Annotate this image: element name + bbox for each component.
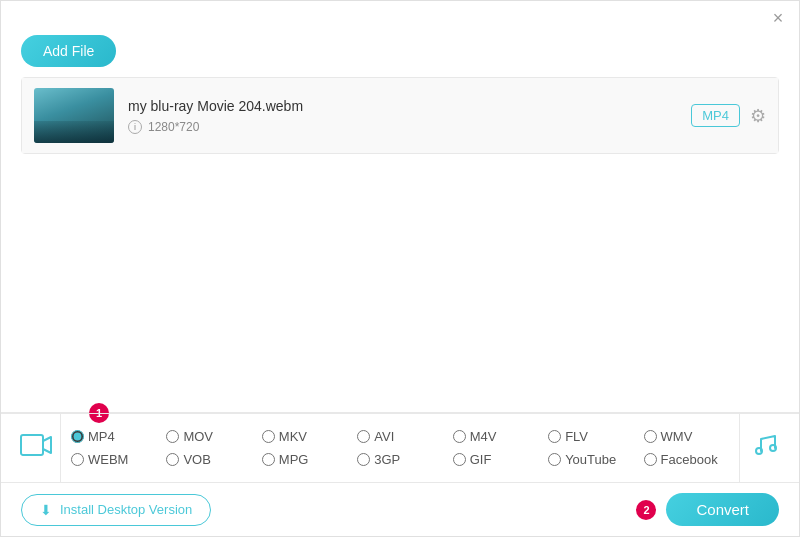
title-bar: ×	[1, 1, 799, 31]
video-format-button[interactable]	[11, 414, 61, 482]
file-info: my blu-ray Movie 204.webm i 1280*720	[128, 98, 691, 134]
format-label-mp4: MP4	[88, 429, 115, 444]
format-radio-mov[interactable]	[166, 430, 179, 443]
file-meta: i 1280*720	[128, 120, 691, 134]
format-label-mkv: MKV	[279, 429, 307, 444]
format-label-gif: GIF	[470, 452, 492, 467]
format-label-avi: AVI	[374, 429, 394, 444]
action-bar: ⬇ Install Desktop Version 2 Convert	[1, 483, 799, 536]
format-option-m4v[interactable]: M4V	[453, 425, 548, 448]
format-radio-wmv[interactable]	[644, 430, 657, 443]
convert-button[interactable]: Convert	[666, 493, 779, 526]
svg-point-2	[770, 445, 776, 451]
format-option-mov[interactable]: MOV	[166, 425, 261, 448]
format-label-webm: WEBM	[88, 452, 128, 467]
badge-2: 2	[636, 500, 656, 520]
close-button[interactable]: ×	[769, 9, 787, 27]
svg-rect-0	[21, 435, 43, 455]
format-label-youtube: YouTube	[565, 452, 616, 467]
format-panel-wrapper: 1 MP4 MOV	[1, 412, 799, 536]
file-thumbnail	[34, 88, 114, 143]
format-option-3gp[interactable]: 3GP	[357, 448, 452, 471]
format-label-wmv: WMV	[661, 429, 693, 444]
format-option-mp4[interactable]: MP4	[71, 425, 166, 448]
format-panel: MP4 MOV MKV AVI M4V	[1, 413, 799, 483]
video-icon	[19, 428, 53, 469]
format-badge[interactable]: MP4	[691, 104, 740, 127]
download-icon: ⬇	[40, 502, 52, 518]
install-label: Install Desktop Version	[60, 502, 192, 517]
file-actions: MP4 ⚙	[691, 104, 766, 127]
file-item: my blu-ray Movie 204.webm i 1280*720 MP4…	[22, 78, 778, 153]
format-radio-m4v[interactable]	[453, 430, 466, 443]
format-option-wmv[interactable]: WMV	[644, 425, 739, 448]
svg-point-1	[756, 448, 762, 454]
format-radio-gif[interactable]	[453, 453, 466, 466]
format-label-flv: FLV	[565, 429, 588, 444]
install-button[interactable]: ⬇ Install Desktop Version	[21, 494, 211, 526]
add-file-button[interactable]: Add File	[21, 35, 116, 67]
format-radio-flv[interactable]	[548, 430, 561, 443]
format-radio-3gp[interactable]	[357, 453, 370, 466]
file-list: my blu-ray Movie 204.webm i 1280*720 MP4…	[21, 77, 779, 154]
format-option-gif[interactable]: GIF	[453, 448, 548, 471]
info-icon[interactable]: i	[128, 120, 142, 134]
music-format-button[interactable]	[739, 414, 789, 482]
format-radio-mp4[interactable]	[71, 430, 84, 443]
format-option-mkv[interactable]: MKV	[262, 425, 357, 448]
format-radio-avi[interactable]	[357, 430, 370, 443]
format-radio-vob[interactable]	[166, 453, 179, 466]
format-option-mpg[interactable]: MPG	[262, 448, 357, 471]
format-label-m4v: M4V	[470, 429, 497, 444]
format-option-youtube[interactable]: YouTube	[548, 448, 643, 471]
format-label-facebook: Facebook	[661, 452, 718, 467]
format-label-mpg: MPG	[279, 452, 309, 467]
format-option-webm[interactable]: WEBM	[71, 448, 166, 471]
format-radio-webm[interactable]	[71, 453, 84, 466]
convert-section: 2 Convert	[636, 493, 779, 526]
format-option-vob[interactable]: VOB	[166, 448, 261, 471]
format-option-avi[interactable]: AVI	[357, 425, 452, 448]
format-radio-mkv[interactable]	[262, 430, 275, 443]
format-radio-facebook[interactable]	[644, 453, 657, 466]
format-radio-mpg[interactable]	[262, 453, 275, 466]
format-grid: MP4 MOV MKV AVI M4V	[71, 417, 739, 479]
format-label-vob: VOB	[183, 452, 210, 467]
format-radio-youtube[interactable]	[548, 453, 561, 466]
file-name: my blu-ray Movie 204.webm	[128, 98, 691, 114]
settings-icon[interactable]: ⚙	[750, 105, 766, 127]
format-option-facebook[interactable]: Facebook	[644, 448, 739, 471]
format-label-3gp: 3GP	[374, 452, 400, 467]
format-option-flv[interactable]: FLV	[548, 425, 643, 448]
toolbar: Add File	[1, 31, 799, 77]
format-label-mov: MOV	[183, 429, 213, 444]
file-resolution: 1280*720	[148, 120, 199, 134]
music-icon	[751, 431, 779, 465]
